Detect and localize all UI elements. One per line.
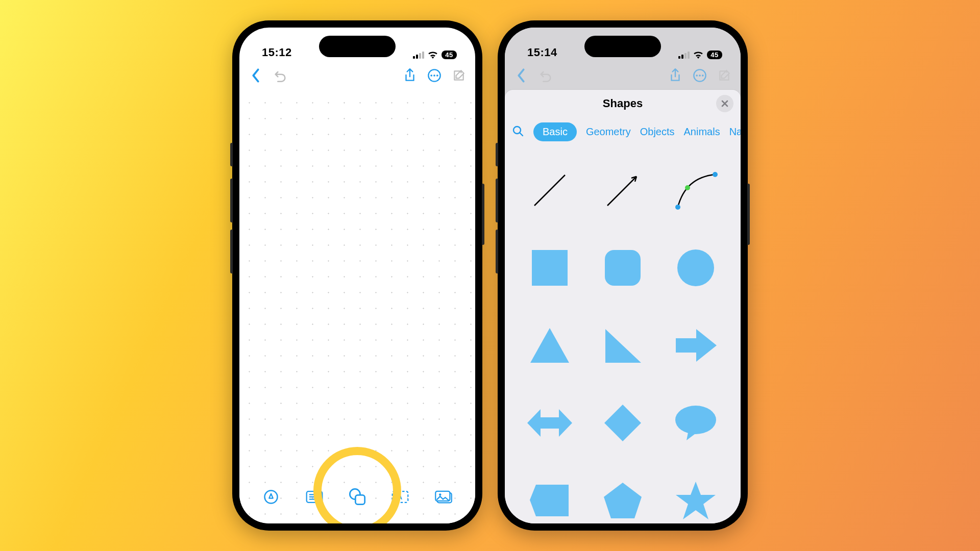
category-nature[interactable]: Nat [729, 126, 741, 138]
svg-point-4 [265, 491, 278, 504]
svg-point-24 [675, 205, 680, 210]
shape-arrow-line[interactable] [588, 155, 657, 226]
search-icon [512, 125, 524, 137]
shape-speech-bubble[interactable] [662, 387, 730, 459]
close-icon [721, 100, 728, 107]
svg-point-15 [439, 493, 442, 496]
cell-signal-icon [413, 51, 424, 59]
category-geometry[interactable]: Geometry [586, 126, 631, 138]
svg-text:A: A [398, 494, 402, 500]
svg-marker-39 [676, 482, 716, 519]
shape-circle[interactable] [662, 232, 730, 304]
text-box-button[interactable] [303, 490, 326, 504]
svg-marker-32 [676, 329, 717, 362]
svg-marker-38 [604, 483, 642, 518]
category-objects[interactable]: Objects [640, 126, 675, 138]
canvas-area[interactable] [239, 89, 475, 523]
svg-line-23 [607, 177, 636, 206]
svg-point-18 [699, 74, 701, 77]
shape-rounded-square[interactable] [588, 232, 657, 304]
undo-button[interactable] [270, 65, 290, 86]
close-button[interactable] [716, 95, 733, 112]
shape-diamond[interactable] [588, 387, 657, 459]
battery-level: 45 [442, 51, 457, 59]
svg-point-19 [702, 74, 704, 77]
shapes-grid [505, 149, 741, 523]
more-button[interactable] [424, 65, 445, 86]
svg-point-2 [433, 74, 435, 77]
svg-point-29 [677, 249, 714, 286]
phone-left: 15:12 45 [232, 20, 482, 531]
svg-point-17 [696, 74, 698, 77]
shape-curve[interactable] [662, 155, 730, 226]
shapes-sheet: Shapes Basic Geometry Objects Animals Na… [505, 90, 741, 523]
top-toolbar [239, 62, 475, 89]
status-time: 15:14 [527, 46, 557, 59]
svg-marker-34 [604, 405, 641, 441]
svg-marker-31 [605, 329, 641, 363]
wifi-icon [693, 51, 703, 59]
shape-triangle[interactable] [515, 310, 584, 381]
cell-signal-icon [678, 51, 690, 59]
phone-right: 15:14 45 Shapes [498, 20, 748, 531]
category-row: Basic Geometry Objects Animals Nat [505, 117, 741, 149]
svg-rect-28 [605, 250, 641, 286]
screen-left: 15:12 45 [239, 28, 475, 523]
shape-square[interactable] [515, 232, 584, 304]
shapes-button[interactable] [346, 483, 369, 511]
svg-rect-27 [532, 250, 568, 286]
share-button[interactable] [400, 65, 420, 86]
svg-line-22 [534, 175, 565, 206]
compose-button[interactable] [449, 65, 469, 86]
back-button[interactable] [246, 65, 266, 86]
bottom-dock: A [239, 483, 475, 511]
status-time: 15:12 [262, 46, 292, 59]
shape-line[interactable] [515, 155, 584, 226]
svg-marker-36 [687, 430, 699, 440]
shape-arrow-bidir[interactable] [515, 387, 584, 459]
svg-point-3 [436, 74, 438, 77]
svg-point-26 [713, 172, 718, 177]
svg-point-35 [675, 406, 716, 434]
top-toolbar-dimmed [505, 62, 741, 89]
dynamic-island [584, 36, 661, 57]
category-animals[interactable]: Animals [684, 126, 720, 138]
wifi-icon [428, 51, 438, 59]
svg-point-25 [685, 185, 690, 190]
category-basic[interactable]: Basic [533, 122, 577, 141]
draw-tool-button[interactable] [260, 489, 282, 505]
sticky-note-button[interactable]: A [389, 490, 411, 504]
shape-right-triangle[interactable] [588, 310, 657, 381]
screen-right: 15:14 45 Shapes [505, 28, 741, 523]
shape-arrow-right[interactable] [662, 310, 730, 381]
sheet-header: Shapes [505, 90, 741, 117]
svg-marker-37 [530, 485, 569, 516]
svg-rect-10 [355, 495, 364, 504]
battery-level: 45 [707, 51, 722, 59]
search-button[interactable] [512, 125, 524, 139]
shape-tag[interactable] [515, 465, 584, 523]
svg-marker-30 [530, 328, 569, 363]
shape-pentagon[interactable] [588, 465, 657, 523]
shape-star[interactable] [662, 465, 730, 523]
dynamic-island [319, 36, 396, 57]
svg-point-1 [430, 74, 432, 77]
svg-marker-33 [527, 409, 572, 437]
image-button[interactable] [432, 490, 455, 504]
sheet-title: Shapes [603, 97, 643, 110]
svg-line-21 [520, 133, 523, 136]
